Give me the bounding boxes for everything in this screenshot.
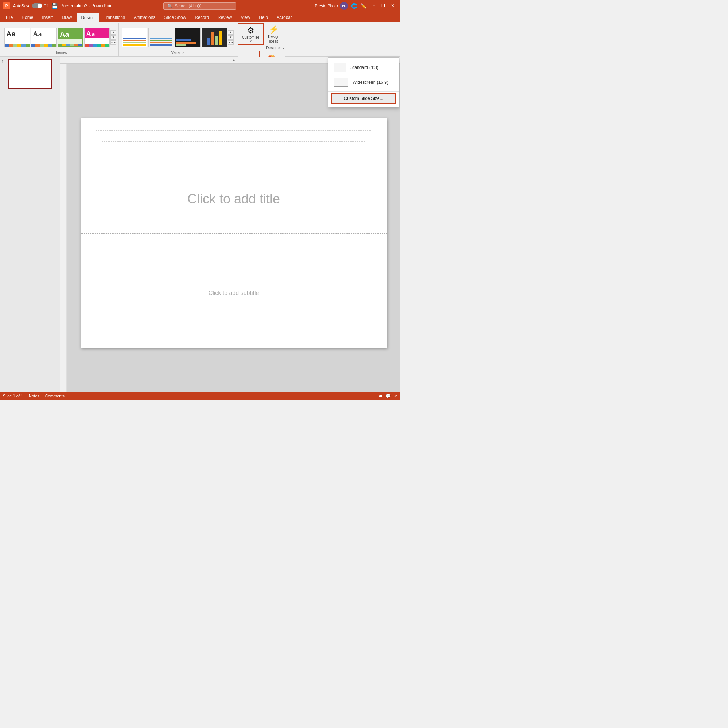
right-ribbon: ⚙ Customize ∨ ⚡ DesignIdeas Designer ∨ ▭… — [238, 23, 285, 56]
notes-button[interactable]: Notes — [29, 394, 39, 398]
tab-acrobat[interactable]: Acrobat — [272, 13, 296, 22]
variant-3[interactable] — [175, 28, 200, 47]
record-icon[interactable]: ⏺ — [379, 394, 383, 398]
comments-button[interactable]: Comments — [45, 394, 64, 398]
user-badge: Presto Photo PP — [315, 2, 348, 10]
subtitle-placeholder-text: Click to add subtitle — [208, 290, 259, 297]
share-icon[interactable]: ↗ — [394, 394, 397, 398]
tab-file[interactable]: File — [2, 13, 17, 22]
designer-label: Designer — [266, 46, 281, 50]
top-right-row: ⚙ Customize ∨ ⚡ DesignIdeas — [238, 23, 285, 45]
autosave-area: AutoSave Off — [13, 3, 49, 8]
slide-canvas-wrapper: Click to add title Click to add subtitle — [67, 64, 400, 392]
variant-scroll-up[interactable]: ▲ — [228, 30, 234, 35]
search-input[interactable] — [174, 4, 229, 8]
tab-home[interactable]: Home — [17, 13, 38, 22]
variants-group: ▲ ▼ ▼▼ Variants — [119, 23, 236, 56]
ruler-corner — [60, 57, 67, 64]
theme-2[interactable]: Aa — [31, 28, 57, 47]
svg-text:-1: -1 — [232, 58, 235, 61]
close-button[interactable]: ✕ — [388, 2, 397, 10]
search-icon: 🔍 — [167, 4, 173, 8]
slide-size-dropdown: Standard (4:3) Widescreen (16:9) Custom … — [328, 57, 399, 107]
tab-view[interactable]: View — [236, 13, 254, 22]
subtitle-placeholder[interactable]: Click to add subtitle — [102, 261, 365, 325]
slide-mini-preview[interactable] — [8, 60, 52, 89]
comment-icon[interactable]: 💬 — [386, 394, 391, 398]
toggle-knob — [38, 4, 42, 8]
variants-scroll[interactable]: ▲ ▼ ▼▼ — [228, 30, 234, 45]
tab-slideshow[interactable]: Slide Show — [160, 13, 190, 22]
standard-option[interactable]: Standard (4:3) — [329, 60, 399, 75]
themes-row: Aa Aa Aa — [5, 28, 110, 47]
designer-expand[interactable]: ∨ — [282, 46, 285, 50]
slide-number: 1 — [2, 60, 6, 64]
avatar[interactable]: PP — [340, 2, 348, 10]
theme-4[interactable]: Aa — [84, 28, 110, 47]
powerpoint-logo: P — [3, 2, 10, 9]
slide-panel: 1 — [0, 57, 60, 392]
theme-3[interactable]: Aa — [58, 28, 83, 47]
tab-insert[interactable]: Insert — [38, 13, 57, 22]
ribbon-tabs: File Home Insert Draw Design Transitions… — [0, 12, 400, 22]
tab-help[interactable]: Help — [254, 13, 272, 22]
pen-icon[interactable]: ✏️ — [360, 3, 366, 9]
customize-caret: ∨ — [250, 39, 252, 43]
custom-slide-size-button[interactable]: Custom Slide Size... — [331, 93, 396, 104]
tab-draw[interactable]: Draw — [57, 13, 76, 22]
tab-transitions[interactable]: Transitions — [99, 13, 129, 22]
variant-4[interactable] — [202, 28, 227, 47]
standard-preview — [333, 63, 346, 72]
search-box[interactable]: 🔍 — [163, 2, 236, 10]
title-bar: P AutoSave Off 💾 Presentation2 - PowerPo… — [0, 0, 400, 12]
tab-record[interactable]: Record — [190, 13, 213, 22]
toggle-state: Off — [44, 4, 49, 8]
globe-icon[interactable]: 🌐 — [351, 3, 357, 9]
variant-1[interactable] — [122, 28, 147, 47]
scroll-down-arrow[interactable]: ▼ — [110, 35, 116, 40]
widescreen-preview — [333, 78, 348, 87]
design-ideas-icon: ⚡ — [269, 25, 278, 34]
variant-scroll-more[interactable]: ▼▼ — [228, 40, 234, 45]
themes-scroll[interactable]: ▲ ▼ ▼▼ — [110, 30, 116, 45]
tab-animations[interactable]: Animations — [129, 13, 160, 22]
widescreen-option[interactable]: Widescreen (16:9) — [329, 75, 399, 90]
tab-design[interactable]: Design — [76, 13, 99, 22]
title-bar-center: 🔍 — [134, 2, 265, 10]
dropdown-divider — [329, 91, 399, 92]
title-placeholder[interactable]: Click to add title — [102, 141, 365, 256]
user-name: Presto Photo — [315, 4, 338, 8]
scroll-up-arrow[interactable]: ▲ — [110, 30, 116, 35]
window-controls: − ❐ ✕ — [369, 2, 397, 10]
themes-label: Themes — [54, 50, 67, 55]
scroll-more-arrow[interactable]: ▼▼ — [110, 40, 116, 45]
save-button[interactable]: 💾 — [51, 3, 58, 9]
slide-thumbnail-1[interactable]: 1 — [2, 60, 58, 89]
customize-label: Customize — [242, 35, 259, 39]
title-placeholder-text: Click to add title — [187, 191, 280, 207]
customize-icon: ⚙ — [247, 26, 254, 35]
ribbon: Aa Aa Aa — [0, 22, 400, 57]
standard-label: Standard (4:3) — [350, 65, 378, 70]
customize-button[interactable]: ⚙ Customize ∨ — [238, 23, 263, 45]
restore-button[interactable]: ❐ — [379, 2, 387, 10]
tab-review[interactable]: Review — [213, 13, 236, 22]
ruler-vertical — [60, 64, 67, 392]
slide-info: Slide 1 of 1 — [3, 394, 23, 398]
theme-office[interactable]: Aa — [5, 28, 30, 47]
autosave-label: AutoSave — [13, 4, 31, 8]
status-bar: Slide 1 of 1 Notes Comments ⏺ 💬 ↗ — [0, 392, 400, 400]
themes-content: Aa Aa Aa — [5, 24, 116, 50]
variants-label: Variants — [171, 50, 185, 55]
widescreen-label: Widescreen (16:9) — [353, 80, 388, 85]
variants-row — [122, 28, 227, 47]
themes-group: Aa Aa Aa — [2, 23, 119, 56]
title-bar-right: Presto Photo PP 🌐 ✏️ − ❐ ✕ — [266, 2, 397, 10]
design-ideas-button[interactable]: ⚡ DesignIdeas — [263, 23, 284, 45]
slide-canvas[interactable]: Click to add title Click to add subtitle — [81, 118, 387, 348]
variant-2[interactable] — [148, 28, 174, 47]
minimize-button[interactable]: − — [369, 2, 378, 10]
title-bar-left: P AutoSave Off 💾 Presentation2 - PowerPo… — [3, 2, 134, 9]
variant-scroll-down[interactable]: ▼ — [228, 35, 234, 40]
autosave-toggle[interactable] — [32, 3, 42, 8]
